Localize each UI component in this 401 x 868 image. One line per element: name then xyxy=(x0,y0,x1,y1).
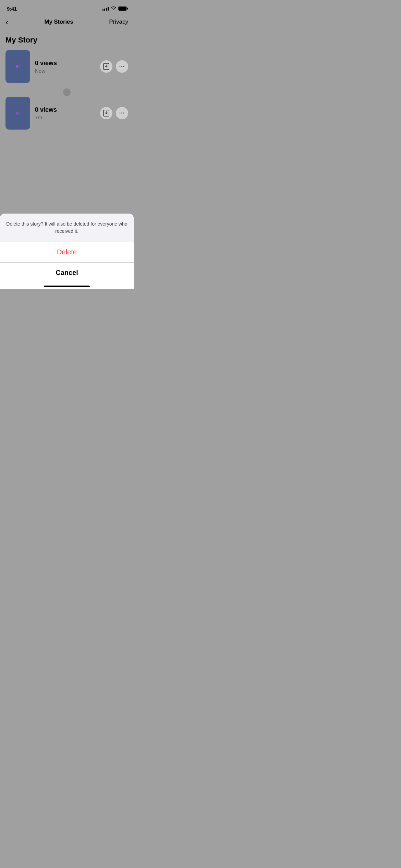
home-indicator xyxy=(0,283,134,289)
story-time-1: Now xyxy=(35,68,100,74)
story-info-1: 0 views Now xyxy=(30,60,100,74)
story-item: HI 0 views Now ··· xyxy=(5,50,128,83)
more-icon-1: ··· xyxy=(119,63,125,70)
status-bar: 9:41 xyxy=(0,0,134,15)
content-area: My Story HI 0 views Now ··· xyxy=(0,30,134,138)
privacy-button[interactable]: Privacy xyxy=(109,19,128,25)
action-sheet: Delete this story? It will also be delet… xyxy=(0,214,134,283)
story-info-2: 0 views 7m xyxy=(30,106,100,120)
story-actions-2: ··· xyxy=(100,107,128,119)
status-icons xyxy=(102,5,127,12)
story-thumbnail-2[interactable]: HI xyxy=(5,97,30,130)
back-button[interactable]: ‹ xyxy=(5,17,9,27)
story-thumbnail-text-2: HI xyxy=(16,111,20,115)
more-button-2[interactable]: ··· xyxy=(116,107,128,119)
story-views-1: 0 views xyxy=(35,60,100,67)
more-icon-2: ··· xyxy=(119,110,125,116)
story-views-2: 0 views xyxy=(35,106,100,113)
section-title: My Story xyxy=(5,36,128,45)
action-sheet-overlay: Delete this story? It will also be delet… xyxy=(0,214,134,289)
story-item-2: HI 0 views 7m ··· xyxy=(5,97,128,130)
nav-bar: ‹ My Stories Privacy xyxy=(0,15,134,30)
download-icon-2 xyxy=(103,110,109,117)
page-title: My Stories xyxy=(44,19,73,25)
download-button-2[interactable] xyxy=(100,107,112,119)
story-actions-1: ··· xyxy=(100,60,128,73)
battery-icon xyxy=(118,7,127,11)
story-thumbnail-text-1: HI xyxy=(16,65,20,69)
download-button-1[interactable] xyxy=(100,60,112,73)
action-sheet-message: Delete this story? It will also be delet… xyxy=(0,214,134,242)
divider-circle xyxy=(63,88,71,96)
more-button-1[interactable]: ··· xyxy=(116,60,128,73)
story-time-2: 7m xyxy=(35,114,100,120)
home-bar xyxy=(44,286,90,287)
status-time: 9:41 xyxy=(7,6,17,12)
signal-bars-icon xyxy=(102,7,109,11)
story-thumbnail-1[interactable]: HI xyxy=(5,50,30,83)
cancel-button[interactable]: Cancel xyxy=(0,263,134,283)
download-icon xyxy=(103,63,109,70)
delete-button[interactable]: Delete xyxy=(0,242,134,263)
wifi-icon xyxy=(111,5,116,12)
